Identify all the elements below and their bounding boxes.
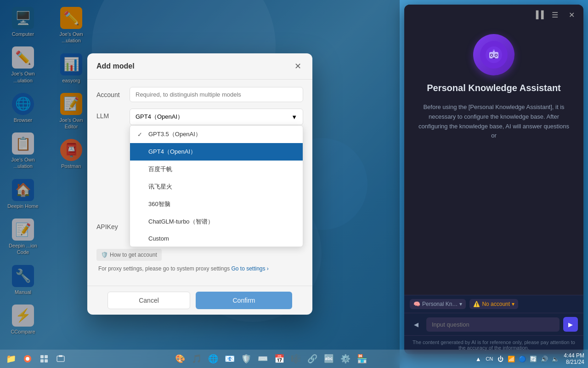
- dialog-footer: Cancel Confirm: [87, 286, 312, 315]
- llm-select[interactable]: GPT4（OpenAI） ▼: [130, 109, 303, 125]
- chevron-down-icon: ▼: [291, 114, 297, 121]
- taskbar-app-palette[interactable]: 🎨: [173, 351, 187, 366]
- svg-rect-12: [45, 355, 48, 358]
- chevron-down-icon: ▾: [512, 301, 514, 307]
- taskbar-app-music2[interactable]: 🎼: [288, 351, 303, 366]
- dialog-body: Account LLM GPT4（OpenAI） ▼ ✓: [87, 80, 312, 286]
- configure-notice: Before using the [Personal Knowledge Ass…: [413, 103, 574, 141]
- dialog-header: Add model ✕: [87, 53, 312, 80]
- taskbar-app-music[interactable]: 🎵: [189, 351, 204, 366]
- close-button[interactable]: ✕: [565, 8, 578, 21]
- confirm-button[interactable]: Confirm: [196, 292, 292, 309]
- llm-option-baidu[interactable]: 百度千帆: [130, 161, 303, 178]
- svg-point-5: [496, 55, 497, 56]
- taskbar-app-calendar[interactable]: 📅: [272, 351, 287, 366]
- dialog-title: Add model: [96, 62, 135, 70]
- svg-point-4: [491, 55, 492, 56]
- launcher-icon: [23, 354, 32, 363]
- bluetooth-icon[interactable]: 🔵: [518, 354, 527, 363]
- power-icon[interactable]: ⏻: [496, 354, 505, 363]
- audio-button[interactable]: ▐▐: [532, 8, 545, 21]
- taskbar-app-connect[interactable]: 🔗: [305, 351, 320, 366]
- taskbar-app-shield[interactable]: 🛡️: [239, 351, 254, 366]
- svg-point-8: [493, 49, 495, 51]
- chevron-down-icon: ▾: [459, 301, 462, 307]
- taskbar-center: 🎨 🎵 🌐 📧 🛡️ ⌨️ 📅 🎼 🔗 🔤 ⚙️ 🏪: [70, 351, 472, 366]
- go-to-settings-link[interactable]: Go to settings ›: [231, 265, 268, 272]
- right-panel: ▐▐ ☰ ✕: [404, 5, 583, 354]
- prev-button[interactable]: ◀: [410, 318, 423, 331]
- checkmark-icon: ✓: [137, 131, 145, 138]
- panel-input-area: ◀ ▶: [404, 313, 583, 335]
- taskbar-launcher[interactable]: [20, 351, 35, 366]
- svg-rect-16: [59, 355, 62, 357]
- add-model-dialog: Add model ✕ Account LLM GPT4（OpenAI） ▼: [87, 53, 312, 315]
- panel-content: Personal Knowledge Assistant Before usin…: [404, 25, 583, 295]
- panel-title: Personal Knowledge Assistant: [427, 83, 561, 93]
- taskbar-right: ▲ CN ⏻ 📶 🔵 🔄 🔊 🔈 4:44 PM 8/21/24: [474, 352, 584, 365]
- desktop: 🖥️ Computer ✏️ Joe's Own ...ulation 🌐 Br…: [0, 0, 588, 368]
- taskbar-app1[interactable]: [37, 351, 51, 366]
- send-button[interactable]: ▶: [563, 317, 578, 332]
- llm-option-gpt35[interactable]: ✓ GPT3.5（OpenAI）: [130, 126, 303, 143]
- brain-icon: 🧠: [413, 301, 420, 307]
- menu-button[interactable]: ☰: [548, 8, 561, 21]
- no-account-badge[interactable]: ⚠️ No account ▾: [469, 299, 518, 309]
- clock-time: 4:44 PM: [564, 352, 584, 359]
- proxy-notice: For proxy settings, please go to system …: [96, 265, 303, 272]
- hamburger-icon: ☰: [552, 11, 558, 19]
- sync-icon[interactable]: 🔄: [529, 354, 538, 363]
- taskbar-app-translate[interactable]: 🔤: [322, 351, 336, 366]
- send-icon: ▶: [568, 321, 573, 328]
- chat-input[interactable]: [426, 317, 560, 332]
- taskbar-app-store[interactable]: 🏪: [355, 351, 369, 366]
- llm-option-label: ChatGLM-turbo（智谱）: [148, 218, 214, 226]
- no-account-label: No account: [482, 301, 510, 307]
- model-selector[interactable]: 🧠 Personal Kn… ▾: [410, 299, 466, 309]
- model-label: Personal Kn…: [422, 301, 458, 307]
- llm-select-container: GPT4（OpenAI） ▼ ✓ GPT3.5（OpenAI） GPT4: [130, 109, 303, 125]
- svg-rect-11: [40, 355, 44, 358]
- llm-row: LLM GPT4（OpenAI） ▼ ✓ GPT3.5（OpenAI）: [96, 109, 303, 125]
- dialog-close-button[interactable]: ✕: [292, 61, 303, 72]
- llm-option-label: 360智脑: [148, 200, 170, 208]
- svg-rect-13: [40, 359, 44, 362]
- app2-icon: [56, 354, 65, 363]
- audio-icon: ▐▐: [533, 11, 544, 19]
- account-row: Account: [96, 87, 303, 102]
- volume-icon[interactable]: 🔈: [551, 354, 560, 363]
- taskbar-app-email[interactable]: 📧: [222, 351, 237, 366]
- sound-icon[interactable]: 🔊: [540, 354, 549, 363]
- network-icon[interactable]: 📶: [507, 354, 516, 363]
- app1-icon: [40, 354, 49, 363]
- llm-option-gpt4[interactable]: GPT4（OpenAI）: [130, 143, 303, 161]
- taskbar-left: 📁: [4, 351, 68, 366]
- llm-option-360[interactable]: 360智脑: [130, 196, 303, 213]
- clock-date: 8/21/24: [564, 359, 584, 365]
- taskbar-app-terminal[interactable]: ⌨️: [255, 351, 270, 366]
- how-to-link[interactable]: 🛡️ How to get account: [96, 249, 162, 261]
- panel-titlebar: ▐▐ ☰ ✕: [404, 5, 583, 25]
- taskbar: 📁: [0, 350, 588, 368]
- llm-label: LLM: [96, 109, 124, 120]
- apikey-label: APIKey: [96, 223, 124, 230]
- llm-dropdown: ✓ GPT3.5（OpenAI） GPT4（OpenAI） 百度千帆: [130, 125, 303, 247]
- system-tray-expand[interactable]: ▲: [474, 354, 483, 363]
- close-icon: ✕: [569, 11, 575, 19]
- warning-icon: ⚠️: [473, 301, 480, 307]
- svg-point-10: [26, 357, 29, 361]
- account-label: Account: [96, 91, 124, 98]
- input-method-icon[interactable]: CN: [485, 354, 494, 363]
- svg-rect-14: [45, 359, 48, 362]
- taskbar-app-settings[interactable]: ⚙️: [338, 351, 353, 366]
- taskbar-clock[interactable]: 4:44 PM 8/21/24: [564, 352, 584, 365]
- llm-option-custom[interactable]: Custom: [130, 230, 303, 247]
- taskbar-file-manager[interactable]: 📁: [4, 351, 18, 366]
- cancel-button[interactable]: Cancel: [107, 292, 190, 309]
- bot-avatar-inner: [480, 41, 508, 69]
- taskbar-app-browser[interactable]: 🌐: [206, 351, 220, 366]
- account-input[interactable]: [130, 87, 303, 102]
- taskbar-app2[interactable]: [53, 351, 68, 366]
- llm-option-chatglm[interactable]: ChatGLM-turbo（智谱）: [130, 213, 303, 230]
- llm-option-xunfei[interactable]: 讯飞星火: [130, 178, 303, 196]
